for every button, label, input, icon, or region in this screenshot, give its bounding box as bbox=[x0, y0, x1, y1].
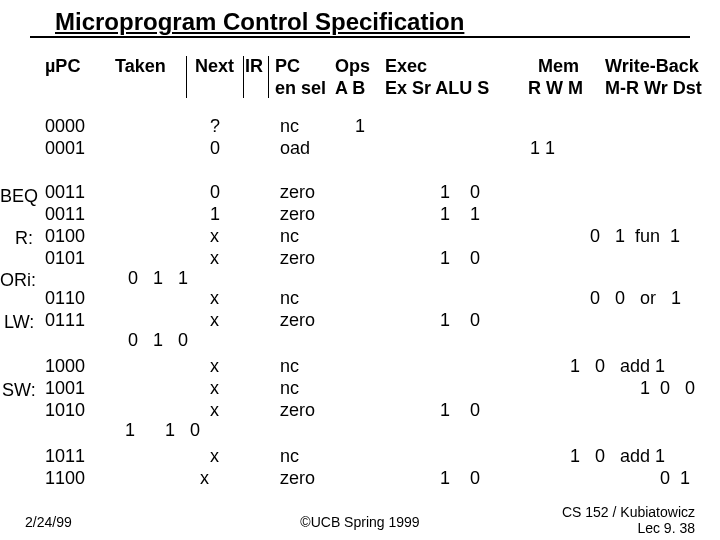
row7-next: x bbox=[210, 310, 219, 331]
row7-upc: 0111 bbox=[45, 310, 85, 331]
row8-upc: 1000 bbox=[45, 356, 85, 377]
row9-pc: nc bbox=[280, 378, 299, 399]
label-lw: LW: bbox=[4, 312, 34, 333]
hdr-wb-sub: M-R Wr Dst bbox=[605, 78, 702, 99]
hdr-ops-sub: A B bbox=[335, 78, 365, 99]
row12-exec: 1 0 bbox=[440, 468, 480, 489]
row6g-taken: 0 1 1 bbox=[128, 268, 188, 289]
row0-upc: 0000 bbox=[45, 116, 85, 137]
row6-upc: 0110 bbox=[45, 288, 85, 309]
row4-next: x bbox=[210, 226, 219, 247]
row12-pc: zero bbox=[280, 468, 315, 489]
hdr-ops: Ops bbox=[335, 56, 370, 77]
row1-mem: 1 1 bbox=[530, 138, 555, 159]
row1-pc: oad bbox=[280, 138, 310, 159]
row12-upc: 1100 bbox=[45, 468, 85, 489]
row6-pc: nc bbox=[280, 288, 299, 309]
hdr-exec-sub: Ex Sr ALU S bbox=[385, 78, 489, 99]
row11-upc: 1011 bbox=[45, 446, 85, 467]
row8-pc: nc bbox=[280, 356, 299, 377]
row8-mem: 1 0 add 1 bbox=[570, 356, 665, 377]
row9-upc: 1001 bbox=[45, 378, 85, 399]
row5-pc: zero bbox=[280, 248, 315, 269]
label-ori: ORi: bbox=[0, 270, 36, 291]
row5-exec: 1 0 bbox=[440, 248, 480, 269]
row9-next: x bbox=[210, 378, 219, 399]
row4-wb: 0 1 fun 1 bbox=[590, 226, 680, 247]
row11-mem: 1 0 add 1 bbox=[570, 446, 665, 467]
row11-next: x bbox=[210, 446, 219, 467]
row3-upc: 0011 bbox=[45, 204, 85, 225]
label-beq: BEQ bbox=[0, 186, 38, 207]
row7g-taken: 0 1 0 bbox=[128, 330, 188, 351]
row2-next: 0 bbox=[210, 182, 220, 203]
row5-next: x bbox=[210, 248, 219, 269]
row4-pc: nc bbox=[280, 226, 299, 247]
vline bbox=[186, 56, 187, 98]
row2-exec: 1 0 bbox=[440, 182, 480, 203]
row9-wb: 1 0 0 bbox=[640, 378, 695, 399]
hdr-mem-sub: R W M bbox=[528, 78, 583, 99]
title-underline bbox=[30, 36, 690, 38]
row1-next: 0 bbox=[210, 138, 220, 159]
row6-next: x bbox=[210, 288, 219, 309]
row10-exec: 1 0 bbox=[440, 400, 480, 421]
row2-upc: 0011 bbox=[45, 182, 85, 203]
row12-wb: 0 1 bbox=[660, 468, 690, 489]
hdr-next: Next bbox=[195, 56, 234, 77]
row0-pc: nc bbox=[280, 116, 299, 137]
vline bbox=[268, 56, 269, 98]
hdr-mem: Mem bbox=[538, 56, 579, 77]
row0-next: ? bbox=[210, 116, 220, 137]
row10-next: x bbox=[210, 400, 219, 421]
page-title: Microprogram Control Specification bbox=[55, 8, 464, 36]
row3-pc: zero bbox=[280, 204, 315, 225]
row6-wb: 0 0 or 1 bbox=[590, 288, 681, 309]
row8-next: x bbox=[210, 356, 219, 377]
row3-exec: 1 1 bbox=[440, 204, 480, 225]
row10-pc: zero bbox=[280, 400, 315, 421]
row4-upc: 0100 bbox=[45, 226, 85, 247]
row3-next: 1 bbox=[210, 204, 220, 225]
row10-upc: 1010 bbox=[45, 400, 85, 421]
row0-ops: 1 bbox=[355, 116, 365, 137]
row11-pc: nc bbox=[280, 446, 299, 467]
label-sw: SW: bbox=[2, 380, 36, 401]
row7-exec: 1 0 bbox=[440, 310, 480, 331]
hdr-pc: PC bbox=[275, 56, 300, 77]
row12-next: x bbox=[200, 468, 209, 489]
label-r: R: bbox=[15, 228, 33, 249]
footer-course-line1: CS 152 / Kubiatowicz bbox=[562, 504, 695, 520]
row2-pc: zero bbox=[280, 182, 315, 203]
hdr-upc: µPC bbox=[45, 56, 80, 77]
footer-course: CS 152 / Kubiatowicz Lec 9. 38 bbox=[562, 504, 695, 536]
hdr-ir: IR bbox=[245, 56, 263, 77]
row10g-taken: 1 1 0 bbox=[125, 420, 200, 441]
hdr-wb: Write-Back bbox=[605, 56, 699, 77]
row5-upc: 0101 bbox=[45, 248, 85, 269]
footer-course-line2: Lec 9. 38 bbox=[637, 520, 695, 536]
hdr-exec: Exec bbox=[385, 56, 427, 77]
row7-pc: zero bbox=[280, 310, 315, 331]
vline bbox=[243, 56, 244, 98]
hdr-pc-sub: en sel bbox=[275, 78, 326, 99]
row1-upc: 0001 bbox=[45, 138, 85, 159]
hdr-taken: Taken bbox=[115, 56, 166, 77]
